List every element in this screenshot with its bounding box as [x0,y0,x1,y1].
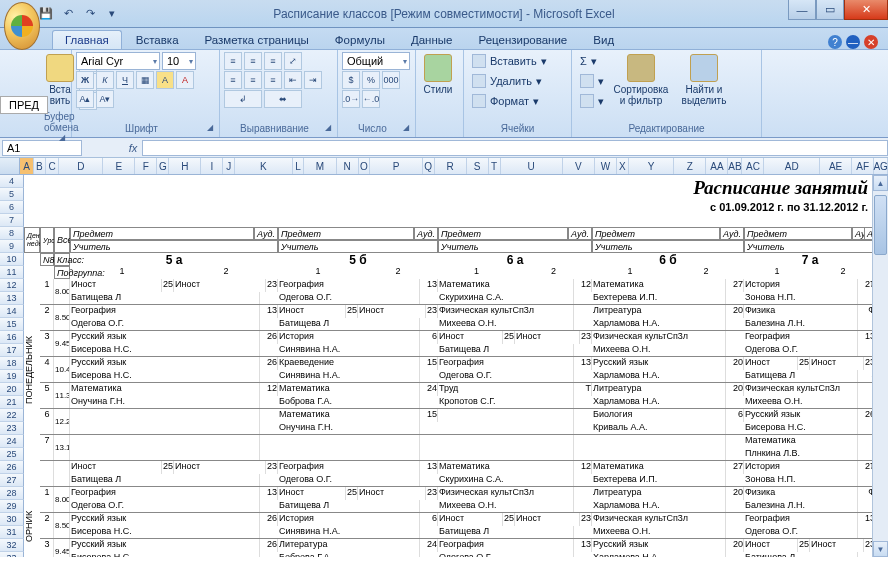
cell[interactable]: 15 [420,357,438,370]
row-header[interactable]: 19 [0,370,24,383]
cell[interactable]: 2 [358,266,438,279]
name-box[interactable]: A1 [2,140,82,156]
row-header[interactable]: 32 [0,539,24,552]
cell[interactable]: 13 [260,487,278,500]
cell[interactable]: Русский язык [70,513,260,526]
cell[interactable]: 25 [346,487,358,500]
cell[interactable]: Предмет [438,227,568,240]
cell[interactable]: Всемя [54,227,70,253]
cell[interactable]: 1 [40,279,54,305]
cell[interactable]: 23 [266,461,278,474]
bold-button[interactable]: Ж [76,71,94,89]
cell[interactable]: 9.45-10.25 [54,539,70,557]
cell[interactable]: Предмет [592,227,720,240]
cell[interactable]: Биология [592,409,726,422]
row-header[interactable]: 17 [0,344,24,357]
cell[interactable]: 8.00-8.40 [54,487,70,513]
align-bottom-icon[interactable]: ≡ [264,52,282,70]
cell[interactable]: Математика [278,383,420,396]
cell[interactable]: 2 [810,266,876,279]
sort-filter-button[interactable]: Сортировка и фильтр [611,52,671,108]
cell[interactable]: День недели [24,227,40,253]
row-header[interactable]: 27 [0,474,24,487]
row-header[interactable]: 24 [0,435,24,448]
cell[interactable]: 2 [668,266,744,279]
cell[interactable] [438,435,574,448]
cell[interactable]: Физическая культСп3л [438,305,574,318]
cell[interactable]: 13 [574,357,592,370]
cell[interactable]: 2 [174,266,278,279]
column-header[interactable]: H [169,158,201,174]
clear-button[interactable]: ▾ [576,92,608,110]
cell[interactable]: Предмет [70,227,254,240]
delete-cells-button[interactable]: Удалить ▾ [468,72,551,90]
cell[interactable]: Литература [278,539,420,552]
cell[interactable]: 27 [726,461,744,474]
cell[interactable]: ПОНЕДЕЛЬНИК [24,279,38,461]
wrap-text-icon[interactable]: ↲ [224,90,262,108]
maximize-button[interactable]: ▭ [816,0,844,20]
column-header[interactable]: X [617,158,629,174]
cell[interactable]: 12.25-13.05 [54,409,70,435]
column-header[interactable]: AF [852,158,874,174]
cell[interactable]: Иност [174,279,266,292]
fill-color-button[interactable]: A [156,71,174,89]
format-cells-button[interactable]: Формат ▾ [468,92,551,110]
column-header[interactable]: M [304,158,336,174]
orientation-icon[interactable]: ⤢ [284,52,302,70]
cell[interactable]: 5 б [278,253,438,266]
fx-icon[interactable]: fx [124,142,142,154]
cell[interactable]: 23 [266,279,278,292]
cell[interactable]: Математика [592,461,726,474]
cell[interactable]: Математика [70,383,260,396]
cell[interactable] [278,435,420,448]
dialog-launcher-icon[interactable]: ◢ [59,133,65,142]
row-header[interactable]: 28 [0,487,24,500]
row-header[interactable]: 4 [0,175,24,188]
row-header[interactable]: 10 [0,253,24,266]
cell[interactable]: Харламова Н.А. [592,552,726,557]
cell[interactable]: 25 [503,513,515,526]
cell[interactable]: Иност [358,487,426,500]
cell[interactable]: 13 [420,279,438,292]
cell[interactable]: Иност [278,305,346,318]
cell[interactable]: Физическая культСп3л [592,331,726,344]
column-header[interactable]: A [20,158,34,174]
cell[interactable]: 26 [260,513,278,526]
cell[interactable]: 20 [726,357,744,370]
cell[interactable]: 7 а [744,253,876,266]
cell[interactable]: 9.45-10.25 [54,331,70,357]
cell[interactable]: 25 [162,279,174,292]
close-button[interactable]: ✕ [844,0,888,20]
border-button[interactable]: ▦ [136,71,154,89]
cell[interactable]: География [70,487,260,500]
dialog-launcher-icon[interactable]: ◢ [325,123,331,132]
cell[interactable]: Иност [358,305,426,318]
cell[interactable]: Русский язык [70,331,260,344]
align-top-icon[interactable]: ≡ [224,52,242,70]
cell[interactable]: Иност [810,539,864,552]
cell[interactable]: Иност [70,461,162,474]
column-header[interactable]: AA [706,158,728,174]
cell[interactable]: 1 [438,266,515,279]
column-header[interactable]: S [467,158,489,174]
align-center-icon[interactable]: ≡ [244,71,262,89]
dialog-launcher-icon[interactable]: ◢ [207,123,213,132]
cell[interactable]: Литреатура [592,305,726,318]
cell[interactable]: История [278,331,420,344]
cell[interactable]: Предмет [278,227,414,240]
cell[interactable]: 25 [346,305,358,318]
cell[interactable]: География [744,513,858,526]
column-header[interactable]: V [563,158,595,174]
cell[interactable]: 6 [420,513,438,526]
row-header[interactable]: 26 [0,461,24,474]
cell[interactable]: 5 а [70,253,278,266]
cell[interactable]: 12 [574,461,592,474]
cell[interactable] [70,409,260,422]
tab-view[interactable]: Вид [581,31,626,49]
styles-button[interactable]: Стили [420,52,456,97]
increase-decimal-icon[interactable]: .0→ [342,90,360,108]
cell[interactable]: 25 [503,331,515,344]
font-name-combo[interactable]: Arial Cyr [76,52,160,70]
merge-center-icon[interactable]: ⬌ [264,90,302,108]
